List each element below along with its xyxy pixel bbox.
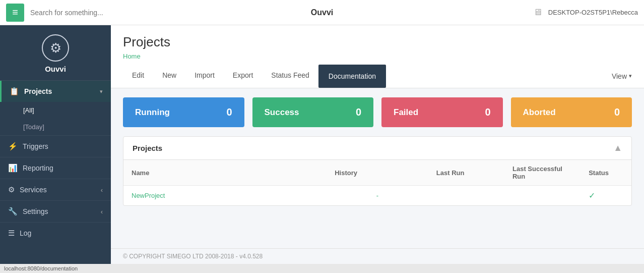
new-button[interactable]: New [153, 64, 185, 88]
sidebar: ⚙ Ouvvi 📋 Projects ▾ [All] [Today] ⚡ Tri… [0, 25, 111, 264]
toolbar: Edit New Import Export Status Feed Docum… [111, 64, 644, 88]
sidebar-item-services[interactable]: ⚙ Services ‹ [0, 179, 111, 201]
reporting-icon: 📊 [8, 163, 18, 173]
statusbar: localhost:8080/documentation [0, 264, 644, 273]
monitor-icon: 🖥 [533, 7, 542, 18]
documentation-button[interactable]: Documentation [318, 65, 386, 88]
sidebar-item-reporting[interactable]: 📊 Reporting [0, 157, 111, 179]
sidebar-subitem-today[interactable]: [Today] [0, 119, 111, 136]
success-count: 0 [356, 106, 361, 118]
gear-icon: ⚙ [50, 40, 61, 56]
aborted-label: Aborted [523, 107, 556, 118]
aborted-count: 0 [614, 106, 620, 118]
status-card-success[interactable]: Success 0 [252, 97, 374, 127]
page-title: Projects [123, 34, 632, 50]
all-label: [All] [23, 106, 34, 114]
content-area: Projects Home Edit New Import Export Sta… [111, 25, 644, 264]
logo-icon-circle: ⚙ [42, 34, 69, 62]
collapse-icon[interactable]: ▲ [613, 143, 622, 153]
sidebar-item-label: Reporting [23, 164, 103, 172]
settings-icon: 🔧 [8, 207, 18, 216]
projects-table: Name History Last Run Last Successful Ru… [123, 160, 631, 205]
hamburger-icon: ≡ [12, 7, 18, 18]
services-icon: ⚙ [8, 185, 15, 194]
col-last-successful-run: Last Successful Run [504, 160, 581, 186]
table-row: NewProject - ✓ [123, 186, 631, 206]
project-history-cell: - [327, 186, 428, 206]
view-label: View [612, 72, 627, 80]
triggers-icon: ⚡ [8, 142, 18, 151]
project-last-run-cell [428, 186, 504, 206]
chevron-left-icon: ‹ [101, 186, 103, 194]
projects-section-header: Projects ▲ [123, 137, 631, 160]
view-dropdown[interactable]: View ▾ [612, 65, 632, 87]
col-status: Status [581, 160, 631, 186]
edit-button[interactable]: Edit [123, 64, 153, 88]
sidebar-item-triggers[interactable]: ⚡ Triggers [0, 136, 111, 157]
status-card-running[interactable]: Running 0 [123, 97, 244, 127]
project-last-successful-run-cell [504, 186, 581, 206]
menu-toggle-button[interactable]: ≡ [6, 4, 24, 22]
topbar-right: 🖥 DESKTOP-O2ST5P1\Rebecca [533, 7, 638, 18]
breadcrumb-home[interactable]: Home [123, 52, 141, 60]
success-label: Success [265, 107, 299, 118]
col-history: History [327, 160, 428, 186]
status-cards-container: Running 0 Success 0 Failed 0 Aborted 0 [111, 88, 644, 136]
running-count: 0 [226, 106, 232, 118]
page-header: Projects Home [111, 25, 644, 64]
view-caret-icon: ▾ [629, 73, 632, 79]
sidebar-item-label: Projects [24, 87, 100, 95]
app-title: Ouvvi [311, 8, 333, 17]
sidebar-item-settings[interactable]: 🔧 Settings ‹ [0, 201, 111, 223]
sidebar-item-label: Log [20, 229, 103, 237]
chevron-down-icon: ▾ [100, 88, 103, 95]
col-last-run: Last Run [428, 160, 504, 186]
sidebar-item-label: Settings [23, 207, 101, 215]
status-feed-button[interactable]: Status Feed [262, 64, 318, 88]
user-label: DESKTOP-O2ST5P1\Rebecca [548, 9, 638, 16]
chevron-left-icon: ‹ [101, 208, 103, 215]
sidebar-logo-text: Ouvvi [45, 65, 66, 73]
import-button[interactable]: Import [185, 64, 224, 88]
failed-count: 0 [485, 106, 490, 118]
sidebar-item-log[interactable]: ☰ Log [0, 223, 111, 244]
sidebar-logo: ⚙ Ouvvi [0, 25, 111, 81]
projects-section: Projects ▲ Name History Last Run [123, 136, 632, 206]
search-input[interactable] [30, 9, 527, 17]
sidebar-item-label: Triggers [23, 142, 103, 150]
running-label: Running [135, 107, 170, 118]
sidebar-item-label: Services [20, 186, 101, 194]
copyright-text: © COPYRIGHT SIMEGO LTD 2008-2018 - v4.0.… [123, 253, 263, 260]
project-status-cell: ✓ [581, 186, 631, 206]
status-card-aborted[interactable]: Aborted 0 [511, 97, 632, 127]
failed-label: Failed [394, 107, 418, 118]
today-label: [Today] [23, 123, 44, 131]
statusbar-url: localhost:8080/documentation [4, 265, 78, 271]
col-name: Name [123, 160, 327, 186]
project-name-cell[interactable]: NewProject [123, 186, 327, 206]
projects-section-title: Projects [133, 144, 162, 152]
check-icon: ✓ [589, 191, 595, 200]
status-card-failed[interactable]: Failed 0 [381, 97, 503, 127]
export-button[interactable]: Export [224, 64, 262, 88]
projects-icon: 📋 [10, 87, 19, 96]
log-icon: ☰ [8, 229, 15, 238]
sidebar-item-projects[interactable]: 📋 Projects ▾ [0, 81, 111, 102]
footer: © COPYRIGHT SIMEGO LTD 2008-2018 - v4.0.… [111, 248, 644, 264]
sidebar-subitem-all[interactable]: [All] [0, 102, 111, 119]
